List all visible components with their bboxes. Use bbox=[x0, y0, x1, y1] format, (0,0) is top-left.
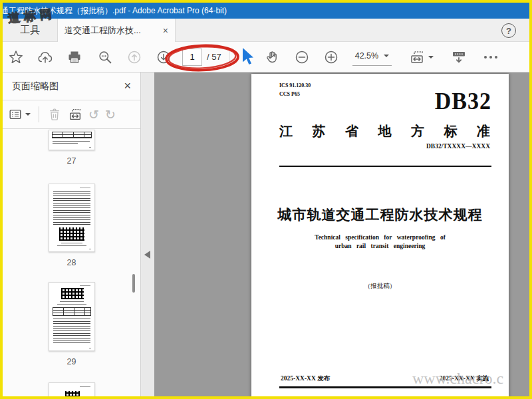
previous-page-icon[interactable] bbox=[126, 49, 142, 65]
panel-header: 页面缩略图 × bbox=[3, 72, 140, 100]
fit-width-icon bbox=[409, 49, 425, 65]
acrobat-window: 道标网 通工程防水技术规程（报批稿）.pdf - Adobe Acrobat P… bbox=[0, 0, 532, 399]
page-total-label: / 57 bbox=[207, 52, 221, 62]
document-title-en: Technical specification for waterproofin… bbox=[251, 233, 509, 251]
mouse-cursor-pointer bbox=[241, 47, 255, 67]
delete-pages-icon[interactable] bbox=[47, 107, 62, 122]
sidebar-scrollbar[interactable] bbox=[132, 274, 135, 293]
options-list-icon bbox=[8, 107, 23, 122]
thumbnail-page-27[interactable] bbox=[49, 130, 95, 150]
panel-close-icon[interactable]: × bbox=[124, 79, 131, 93]
share-cloud-upload-icon[interactable] bbox=[37, 49, 53, 65]
standard-name: 江苏省地方标准 bbox=[279, 122, 490, 140]
main-toolbar: 1 / 57 42.5% bbox=[3, 42, 529, 72]
page-thumbnails-panel: 页面缩略图 × bbox=[3, 72, 140, 396]
zoom-in-icon[interactable] bbox=[323, 49, 339, 65]
next-page-icon[interactable] bbox=[156, 49, 172, 65]
standard-number: DB32/TXXXX—XXXX bbox=[426, 143, 490, 150]
thumbnail-label: 29 bbox=[3, 357, 140, 366]
main-area: 页面缩略图 × bbox=[3, 72, 529, 396]
panel-toolbar-divider bbox=[39, 106, 39, 122]
thumbnail-page-29[interactable] bbox=[49, 282, 95, 351]
hand-tool-icon[interactable] bbox=[265, 49, 281, 65]
toolbar-separator bbox=[229, 48, 230, 66]
tab-close-icon[interactable]: × bbox=[163, 26, 168, 35]
panel-toolbar: ↺ ↻ bbox=[3, 100, 140, 129]
panel-title: 页面缩略图 bbox=[12, 80, 124, 92]
page-number-input[interactable]: 1 bbox=[182, 49, 202, 66]
favorites-star-icon[interactable] bbox=[8, 49, 24, 65]
help-icon[interactable]: ? bbox=[501, 23, 516, 38]
red-ellipse-annotation bbox=[164, 44, 242, 72]
thumbnail-list: 27 28 bbox=[3, 129, 140, 396]
document-title-cn: 城市轨道交通工程防水技术规程 bbox=[251, 205, 509, 224]
print-icon[interactable] bbox=[66, 49, 82, 65]
collapse-panel-icon[interactable] bbox=[144, 251, 150, 259]
organize-pages-icon[interactable] bbox=[68, 107, 82, 122]
footer-rule bbox=[279, 386, 491, 388]
pdf-page: ICS 91.120.30 CCS P65 DB32 江苏省地方标准 DB32/… bbox=[251, 74, 509, 396]
zoom-level-value: 42.5% bbox=[355, 51, 378, 61]
db32-logo: DB32 bbox=[435, 87, 491, 114]
implement-date: 2025-XX-XX 实施 bbox=[440, 374, 489, 383]
chevron-down-icon bbox=[428, 56, 434, 59]
chevron-down-icon bbox=[25, 113, 31, 116]
tab-document[interactable]: 道交通工程防水技... × bbox=[57, 19, 176, 42]
document-viewer[interactable]: ICS 91.120.30 CCS P65 DB32 江苏省地方标准 DB32/… bbox=[154, 72, 529, 396]
thumbnail-label: 27 bbox=[3, 156, 140, 166]
tab-tools[interactable]: 工具 bbox=[3, 19, 57, 41]
rotate-cw-icon[interactable]: ↻ bbox=[105, 108, 116, 121]
thumbnail-label: 28 bbox=[3, 258, 140, 267]
rotate-ccw-icon[interactable]: ↺ bbox=[88, 108, 99, 121]
toolbar-collapse-icon[interactable] bbox=[451, 49, 467, 65]
ics-ccs-codes: ICS 91.120.30 CCS P65 bbox=[279, 82, 311, 99]
more-tools-icon[interactable] bbox=[484, 56, 497, 59]
window-title: 通工程防水技术规程（报批稿）.pdf - Adobe Acrobat Pro (… bbox=[3, 6, 227, 15]
issue-date: 2025-XX-XX 发布 bbox=[281, 374, 330, 383]
zoom-out-icon[interactable] bbox=[294, 49, 310, 65]
thumbnail-page-30[interactable] bbox=[49, 382, 95, 396]
panel-collapse-strip[interactable] bbox=[140, 72, 154, 396]
draft-note: （报批稿） bbox=[251, 282, 509, 291]
header-rule bbox=[279, 166, 491, 167]
thumbnail-page-28[interactable] bbox=[49, 184, 95, 252]
tab-bar: 工具 道交通工程防水技... × ? bbox=[3, 19, 529, 42]
fit-width-dropdown[interactable] bbox=[409, 49, 434, 65]
thumbnail-options-menu[interactable] bbox=[8, 107, 31, 122]
window-titlebar: 通工程防水技术规程（报批稿）.pdf - Adobe Acrobat Pro (… bbox=[3, 3, 529, 19]
tab-document-label: 道交通工程防水技... bbox=[65, 25, 158, 37]
search-icon[interactable] bbox=[97, 49, 113, 65]
chevron-down-icon bbox=[384, 55, 389, 57]
zoom-level-dropdown[interactable]: 42.5% bbox=[352, 49, 392, 66]
